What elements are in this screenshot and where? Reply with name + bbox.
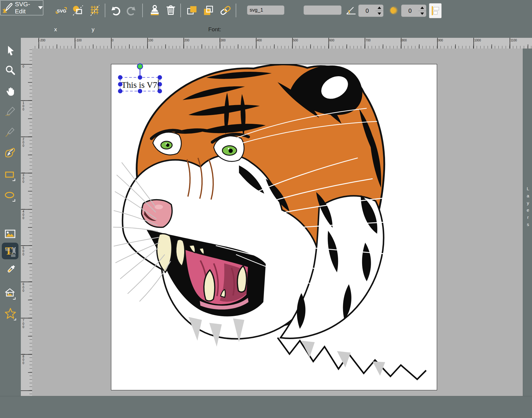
document-properties-icon bbox=[71, 4, 85, 17]
move-to-back-button[interactable] bbox=[202, 4, 215, 17]
shape-library-icon bbox=[4, 287, 17, 301]
rectangle-icon bbox=[4, 169, 17, 182]
workspace[interactable]: This is V7 bbox=[32, 49, 523, 396]
image-icon bbox=[4, 228, 17, 241]
logo-label: SVG-Edit bbox=[15, 1, 35, 15]
trash-icon bbox=[164, 4, 177, 17]
delete-button[interactable] bbox=[164, 4, 177, 17]
svg-text:SVG: SVG bbox=[57, 8, 66, 13]
ruler-horizontal: -200-10001002003004005006007008009001000… bbox=[32, 38, 532, 49]
redo-icon bbox=[125, 4, 138, 17]
tool-rectangle[interactable] bbox=[4, 169, 17, 182]
link-icon bbox=[219, 4, 232, 17]
zoom-magnifier-icon bbox=[4, 65, 16, 77]
layers-panel-toggle[interactable]: Layers bbox=[523, 49, 532, 396]
menu-caret-icon bbox=[38, 6, 43, 9]
tool-path[interactable] bbox=[4, 147, 17, 160]
tool-zoom[interactable] bbox=[4, 64, 17, 77]
main-toolbar: SVG-Edit SVG bbox=[0, 0, 532, 21]
text-context-toolbar: x 80.3 y 65.5 B i abcd abcd abcd Font: S… bbox=[0, 21, 532, 38]
star-icon bbox=[4, 307, 17, 321]
main-menu-button[interactable]: SVG-Edit bbox=[0, 0, 43, 15]
tool-eyedropper[interactable] bbox=[4, 263, 17, 276]
tool-line[interactable] bbox=[4, 126, 17, 139]
logo-icon bbox=[2, 2, 13, 13]
tool-connector[interactable] bbox=[4, 246, 17, 259]
blur-spinner[interactable] bbox=[418, 4, 426, 17]
blur-input[interactable]: 0 bbox=[401, 4, 419, 17]
tool-palette: T bbox=[0, 38, 21, 418]
canvas-text-element[interactable]: This is V7 bbox=[121, 80, 157, 90]
line-icon bbox=[4, 126, 16, 138]
ruler-vertical: 0100200300400500600700800 bbox=[21, 49, 32, 396]
tool-shape-library[interactable] bbox=[4, 287, 17, 300]
pencil-icon bbox=[4, 106, 16, 118]
editor-preferences-button[interactable] bbox=[88, 4, 101, 17]
bottom-toolbar: 61.0 0 — bbox=[0, 396, 532, 418]
angle-spinner[interactable] bbox=[375, 4, 384, 17]
tool-image[interactable] bbox=[4, 228, 17, 241]
redo-button[interactable] bbox=[125, 4, 138, 17]
angle-icon bbox=[345, 4, 358, 17]
tool-ellipse[interactable] bbox=[4, 190, 17, 203]
source-button[interactable]: SVG bbox=[55, 4, 68, 17]
move-back-icon bbox=[202, 4, 215, 17]
svg-canvas[interactable] bbox=[111, 64, 437, 390]
tiger-artwork bbox=[111, 64, 437, 390]
undo-icon bbox=[109, 4, 122, 17]
grid-preferences-icon bbox=[88, 4, 101, 17]
tool-pan[interactable] bbox=[4, 85, 17, 98]
blur-icon bbox=[387, 4, 400, 17]
toolbar-divider bbox=[236, 4, 236, 17]
y-label: y bbox=[92, 21, 95, 38]
x-label: x bbox=[54, 21, 57, 38]
make-link-button[interactable] bbox=[219, 4, 232, 17]
eyedropper-icon bbox=[4, 263, 17, 276]
connector-icon bbox=[4, 246, 17, 259]
svg-edit-app: { "app": { "logo_label": "SVG-Edit" }, "… bbox=[0, 0, 532, 418]
tool-pencil[interactable] bbox=[4, 105, 17, 118]
angle-input[interactable]: 0 bbox=[358, 4, 376, 17]
stamp-icon bbox=[148, 4, 161, 17]
ruler-corner bbox=[21, 38, 32, 49]
document-properties-button[interactable] bbox=[71, 4, 85, 17]
layers-panel-title: Layers bbox=[525, 186, 531, 229]
undo-button[interactable] bbox=[109, 4, 122, 17]
select-arrow-icon bbox=[4, 45, 16, 57]
toolbar-divider bbox=[180, 4, 181, 17]
pan-hand-icon bbox=[4, 85, 16, 97]
move-front-icon bbox=[186, 4, 199, 17]
toolbar-divider bbox=[105, 4, 105, 17]
svg-source-icon: SVG bbox=[55, 4, 68, 16]
tool-star[interactable] bbox=[4, 307, 17, 320]
align-left-icon bbox=[431, 5, 440, 17]
tool-select[interactable] bbox=[4, 44, 17, 57]
font-label: Font: bbox=[208, 21, 221, 38]
id-input[interactable] bbox=[247, 5, 284, 15]
toolbar-divider bbox=[142, 4, 143, 17]
clone-button[interactable] bbox=[148, 4, 161, 17]
class-input[interactable] bbox=[303, 5, 342, 15]
align-button[interactable] bbox=[429, 3, 442, 18]
ellipse-icon bbox=[4, 190, 17, 203]
move-to-front-button[interactable] bbox=[186, 4, 199, 17]
path-pen-icon bbox=[4, 147, 17, 160]
